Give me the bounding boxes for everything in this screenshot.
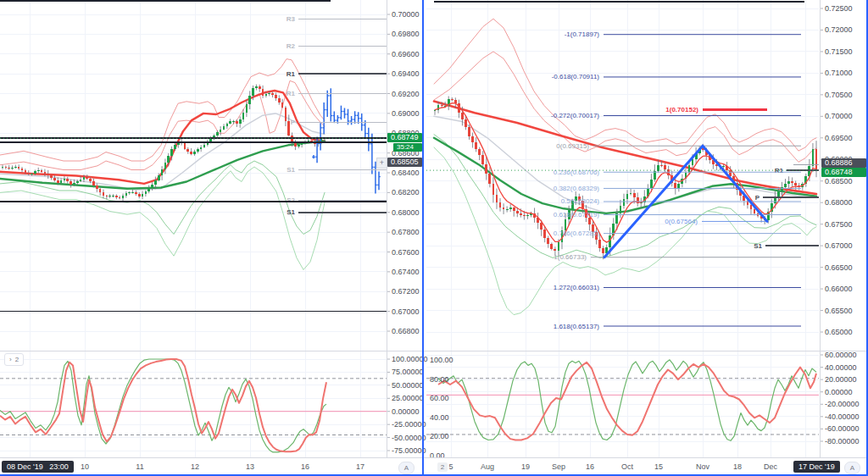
- axis-label: 0.71000: [825, 69, 853, 77]
- axis-label: 0.68400: [392, 169, 420, 177]
- axis-label: 0.69600: [392, 50, 420, 58]
- axis-label: -60.00000: [825, 424, 860, 433]
- last-price-badge[interactable]: 0.68748: [821, 168, 866, 177]
- axis-label: 0.67200: [392, 287, 420, 296]
- fib-level-label: 0.382(0.68329): [554, 185, 600, 192]
- fib-level-label: 0(0.67564): [665, 218, 698, 225]
- axis-label: 60.00: [430, 394, 449, 402]
- axis-label: 80.00: [430, 375, 449, 384]
- fib-level-label: 1.272(0.66031): [554, 284, 600, 291]
- axis-label: 0.66500: [825, 263, 853, 272]
- pivot-label: P: [755, 194, 760, 202]
- last-price-badge[interactable]: 0.68749: [387, 133, 422, 142]
- axis-label: 0.68500: [825, 177, 853, 185]
- left-price-scale[interactable]: 0.700000.698000.696000.694000.692000.690…: [387, 10, 420, 335]
- trading-terminal: R3R2R1R1PS1S2S10.700000.698000.696000.69…: [0, 0, 868, 476]
- add-alert-plus-button[interactable]: +: [376, 158, 387, 169]
- charts-canvas: R3R2R1R1PS1S2S10.700000.698000.696000.69…: [0, 0, 868, 476]
- grid: [426, 351, 819, 457]
- fib-level-label: 1(0.66733): [554, 253, 587, 261]
- axis-label: 0.65500: [825, 307, 853, 315]
- axis-label: 0.69000: [392, 109, 420, 118]
- axis-label: 0.70500: [825, 91, 853, 99]
- axis-label: 0.69400: [392, 69, 420, 78]
- auto-scale-button[interactable]: A: [398, 462, 415, 474]
- axis-label: 0.67400: [392, 268, 420, 276]
- axis-label: 0.68000: [392, 208, 420, 217]
- axis-label: 0.00000: [825, 388, 853, 396]
- axis-label: 0.67000: [392, 307, 420, 316]
- pivot-label: S1: [287, 166, 295, 174]
- axis-label: 100.00: [430, 356, 453, 364]
- pivot-label: S2: [287, 196, 295, 204]
- fib-level-label: 1(0.70152): [665, 106, 698, 113]
- axis-label: 20.00000: [825, 375, 857, 384]
- fib-level-label: -1(0.71897): [565, 30, 600, 38]
- left-oscillator-pane: [0, 351, 387, 457]
- fib-level-label: -0.272(0.70017): [551, 112, 599, 119]
- fib-level-label: 0.236(0.68706): [554, 169, 600, 176]
- bar-countdown-badge: 35:24: [393, 143, 422, 152]
- left-oscillator-scale[interactable]: 100.0000075.0000050.0000025.000000.00000…: [387, 355, 428, 455]
- axis-label: 60.00000: [825, 351, 857, 359]
- axis-label: -50.00000: [392, 434, 426, 442]
- right-price-plot-area[interactable]: [426, 0, 819, 351]
- axis-label: 0.67500: [825, 220, 853, 229]
- pivot-label: S1: [287, 208, 295, 216]
- axis-label: -75.00000: [392, 446, 426, 455]
- axis-label: 75.00000: [392, 368, 424, 376]
- fib-level-label: 0.5(0.68024): [561, 197, 600, 205]
- axis-label: -25.00000: [392, 420, 426, 429]
- axis-label: 25.00000: [392, 394, 424, 402]
- pivot-label: R1: [287, 90, 296, 97]
- axis-label: 0.72000: [825, 25, 853, 34]
- last-bar-date-badge: 17 Dec '19: [793, 461, 840, 473]
- axis-label: 0.69200: [392, 90, 420, 98]
- axis-label: 0.69800: [392, 30, 420, 38]
- fib-level-label: 1.618(0.65137): [554, 323, 600, 330]
- axis-label: 40.00: [430, 413, 449, 422]
- axis-label: 0.67000: [825, 241, 853, 250]
- right-oscillator-pane: [426, 351, 819, 457]
- axis-label: 50.00000: [392, 381, 424, 390]
- axis-label: 0.00000: [392, 407, 420, 416]
- pivot-label: R2: [287, 42, 296, 50]
- axis-label: 0.66800: [392, 327, 420, 335]
- axis-label: 0.67800: [392, 228, 420, 236]
- pivot-label: R1: [287, 70, 296, 78]
- right-price-pane: R1PS1-1(0.71897)-0.618(0.70911)1(0.70152…: [426, 0, 819, 351]
- axis-label: 0.69500: [825, 134, 853, 142]
- axis-label: 20.00: [430, 432, 449, 440]
- axis-label: -40.00000: [825, 412, 860, 421]
- indicator-count: 2: [15, 354, 19, 365]
- bar-close-price-badge: 0.68886: [821, 158, 866, 168]
- axis-label: 0.67600: [392, 248, 420, 257]
- axis-label: 0.70000: [825, 112, 853, 120]
- left-price-pane: R3R2R1R1PS1S2S1: [0, 0, 387, 351]
- fib-level-label: 0.618(0.67719): [554, 211, 600, 219]
- axis-label: 0.72500: [825, 4, 853, 13]
- axis-label: 0.66000: [825, 285, 853, 293]
- mini-indicator-badge[interactable]: 2: [437, 462, 448, 472]
- axis-label: 0.65000: [825, 328, 853, 336]
- collapsed-indicators-button[interactable]: › 2: [4, 353, 24, 366]
- axis-label: -80.00000: [825, 437, 860, 446]
- axis-label: -20.00000: [825, 400, 860, 408]
- first-bar-time-badge: 08 Dec '19 23:00: [2, 461, 74, 473]
- fib-level-label: -0.618(0.70911): [552, 73, 600, 80]
- fib-level-label: 0(0.69315): [556, 142, 589, 150]
- fib-level-label: 0.786(0.67285): [554, 230, 600, 237]
- axis-label: 0.71500: [825, 47, 853, 56]
- axis-label: 0.00: [430, 451, 445, 460]
- pivot-label: S1: [754, 242, 762, 250]
- axis-label: 40.00000: [825, 363, 857, 372]
- pivot-label: P: [291, 119, 296, 126]
- chevron-right-icon: ›: [9, 354, 12, 365]
- pivot-label: R3: [287, 15, 296, 23]
- axis-label: 0.68200: [392, 188, 420, 196]
- axis-label: 0.70000: [392, 10, 420, 19]
- right-oscillator-scale[interactable]: 60.0000040.0000020.000000.00000-20.00000…: [821, 351, 860, 446]
- crosshair-price-badge: 0.68505: [387, 158, 422, 167]
- axis-label: 0.68000: [825, 198, 853, 207]
- auto-scale-button[interactable]: A: [844, 462, 860, 474]
